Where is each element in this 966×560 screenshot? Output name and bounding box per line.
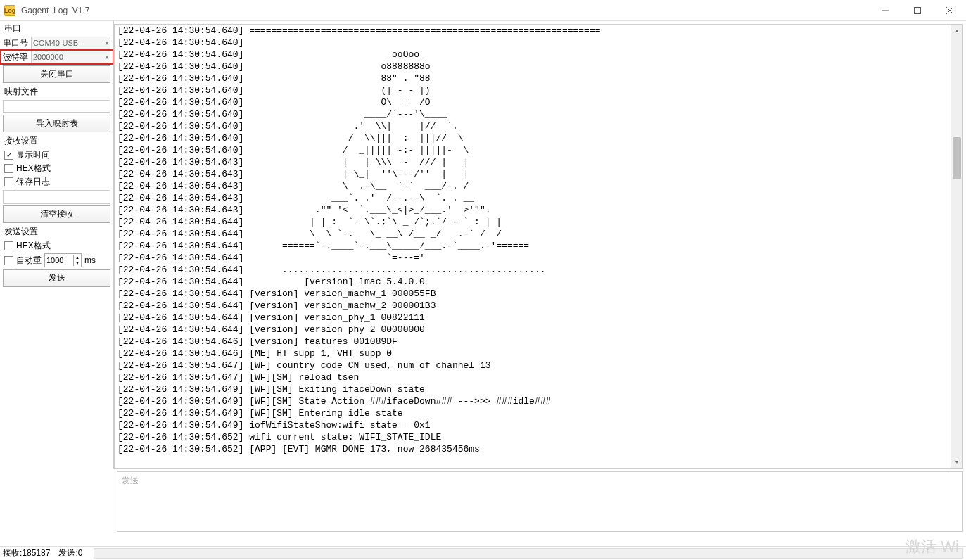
- svg-rect-1: [915, 7, 921, 13]
- window-controls: [869, 0, 966, 20]
- minimize-button[interactable]: [869, 0, 901, 20]
- import-map-button[interactable]: 导入映射表: [3, 115, 110, 132]
- auto-send-checkbox[interactable]: [4, 256, 13, 265]
- send-status: 发送:0: [58, 547, 82, 559]
- send-label: 发送:: [58, 548, 77, 558]
- recv-count: 185187: [22, 548, 50, 558]
- baud-row: 波特率 2000000 ▾: [0, 50, 113, 64]
- serial-group-label: 串口: [0, 21, 113, 36]
- baud-label: 波特率: [3, 51, 30, 63]
- app-icon: Log: [4, 5, 15, 16]
- send-textarea[interactable]: 发送: [117, 471, 963, 532]
- hex-format-row: HEX格式: [0, 162, 113, 175]
- maximize-button[interactable]: [901, 0, 934, 20]
- recv-status: 接收:185187: [3, 547, 50, 559]
- interval-input[interactable]: [45, 255, 73, 265]
- recv-label: 接收:: [3, 548, 22, 558]
- log-content[interactable]: [22-04-26 14:30:54.640] ================…: [115, 25, 962, 455]
- hex-format2-checkbox[interactable]: [4, 241, 13, 250]
- main-area: 串口 串口号 COM40-USB- ▾ 波特率 2000000 ▾ 关闭串口 映…: [0, 21, 966, 469]
- show-time-checkbox[interactable]: ✓: [4, 151, 13, 160]
- baud-value: 2000000: [33, 53, 63, 61]
- port-row: 串口号 COM40-USB- ▾: [0, 36, 113, 50]
- port-label: 串口号: [3, 37, 30, 49]
- spinner-down-icon[interactable]: ▼: [74, 260, 81, 266]
- log-area: [22-04-26 14:30:54.640] ================…: [114, 24, 963, 469]
- send-group-label: 发送设置: [0, 224, 113, 239]
- save-log-checkbox[interactable]: [4, 177, 13, 186]
- recv-group-label: 接收设置: [0, 134, 113, 148]
- send-count: 0: [78, 548, 83, 558]
- clear-recv-button[interactable]: 清空接收: [3, 205, 110, 223]
- interval-unit: ms: [84, 255, 96, 265]
- scroll-down-icon[interactable]: ▾: [951, 456, 962, 468]
- vertical-scrollbar[interactable]: ▴ ▾: [951, 25, 962, 468]
- show-time-row: ✓ 显示时间: [0, 148, 113, 162]
- sidebar: 串口 串口号 COM40-USB- ▾ 波特率 2000000 ▾ 关闭串口 映…: [0, 21, 114, 469]
- chevron-down-icon: ▾: [106, 54, 108, 61]
- save-path-input[interactable]: [3, 190, 110, 204]
- send-button[interactable]: 发送: [3, 269, 110, 287]
- window-title: Gagent_Log_V1.7: [21, 6, 869, 15]
- map-file-input[interactable]: [3, 100, 110, 113]
- close-button[interactable]: [934, 0, 966, 20]
- auto-send-label: 自动重: [16, 255, 42, 267]
- hex-format-label: HEX格式: [16, 163, 51, 174]
- chevron-down-icon: ▾: [106, 40, 108, 46]
- send-area: 发送: [117, 471, 963, 532]
- port-select[interactable]: COM40-USB- ▾: [31, 37, 110, 49]
- auto-send-row: 自动重 ▲ ▼ ms: [0, 253, 113, 268]
- map-file-label: 映射文件: [0, 84, 113, 99]
- scroll-up-icon[interactable]: ▴: [951, 25, 962, 37]
- hex-format-checkbox[interactable]: [4, 164, 13, 173]
- hex-format2-row: HEX格式: [0, 239, 113, 253]
- baud-select[interactable]: 2000000 ▾: [31, 51, 110, 63]
- scroll-thumb[interactable]: [953, 137, 961, 179]
- hex-format2-label: HEX格式: [16, 240, 51, 252]
- save-log-row: 保存日志: [0, 175, 113, 189]
- horizontal-scrollbar[interactable]: [94, 548, 963, 559]
- spinner-up-icon[interactable]: ▲: [74, 255, 81, 260]
- statusbar: 接收:185187 发送:0: [0, 546, 966, 560]
- show-time-label: 显示时间: [16, 149, 50, 161]
- titlebar: Log Gagent_Log_V1.7: [0, 0, 966, 21]
- interval-spinner[interactable]: ▲ ▼: [44, 253, 82, 267]
- save-log-label: 保存日志: [16, 176, 50, 188]
- close-port-button[interactable]: 关闭串口: [3, 65, 110, 83]
- port-value: COM40-USB-: [33, 39, 81, 47]
